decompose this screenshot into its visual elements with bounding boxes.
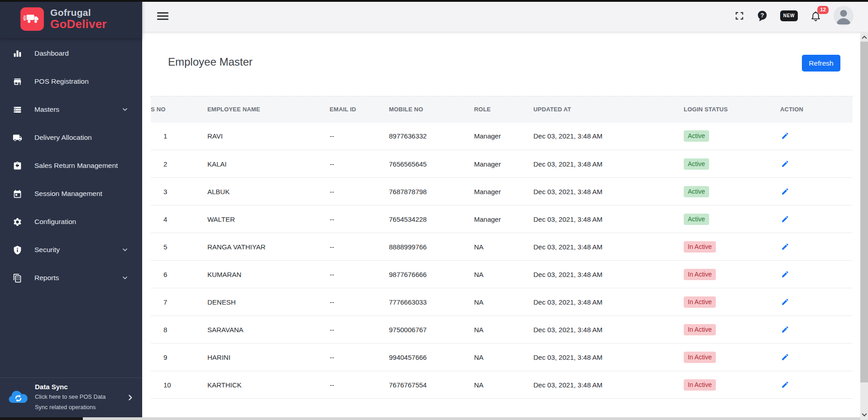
cell-employee-name: ALBUK — [207, 178, 330, 205]
sidebar-item[interactable]: Session Management — [0, 180, 142, 208]
status-badge: In Active — [684, 324, 716, 335]
sidebar-item[interactable]: Masters — [0, 95, 142, 124]
table-row: 5 RANGA VATHIYAR -- 8888999766 NA Dec 03… — [151, 233, 853, 261]
cell-login-status: In Active — [684, 316, 780, 344]
scroll-up-arrow-icon[interactable] — [860, 33, 868, 41]
column-header: S NO — [151, 96, 207, 123]
table-row: 1 RAVI -- 8977636332 Manager Dec 03, 202… — [151, 123, 853, 150]
cell-email-id: -- — [330, 205, 389, 233]
sidebar-item[interactable]: Dashboard — [0, 39, 142, 67]
sidebar-item-label: Sales Return Management — [34, 162, 118, 170]
cell-email-id: -- — [330, 288, 389, 316]
edit-button[interactable] — [780, 380, 790, 390]
notifications-bell-icon[interactable]: 12 — [810, 10, 821, 22]
cell-s-no: 4 — [151, 205, 207, 233]
cell-email-id: -- — [330, 316, 389, 344]
cell-login-status: In Active — [684, 261, 780, 288]
cell-role: Manager — [474, 205, 533, 233]
cell-s-no: 2 — [151, 150, 207, 178]
table-row: 6 KUMARAN -- 9877676666 NA Dec 03, 2021,… — [151, 261, 853, 288]
cell-employee-name: KUMARAN — [207, 261, 330, 288]
edit-button[interactable] — [780, 214, 790, 224]
session-management-icon — [13, 189, 22, 199]
sidebar-item[interactable]: Sales Return Management — [0, 152, 142, 180]
cell-s-no: 9 — [151, 344, 207, 371]
edit-button[interactable] — [780, 352, 790, 362]
sidebar-item-label: Reports — [34, 274, 59, 282]
pencil-icon — [781, 187, 789, 196]
cell-email-id: -- — [330, 261, 389, 288]
cell-updated-at: Dec 03, 2021, 3:48 AM — [533, 123, 684, 150]
cell-action — [780, 288, 853, 316]
pencil-icon — [781, 298, 789, 306]
page-title: Employee Master — [168, 56, 253, 68]
refresh-button[interactable]: Refresh — [802, 55, 840, 72]
table-header-row: S NOEMPLOYEE NAMEEMAIL IDMOBILE NOROLEUP… — [151, 96, 853, 123]
column-header: UPDATED AT — [533, 96, 684, 123]
help-icon[interactable]: ? — [757, 10, 768, 22]
cell-mobile-no: 8977636332 — [389, 123, 474, 150]
cell-updated-at: Dec 03, 2021, 3:48 AM — [533, 178, 684, 205]
column-header: EMAIL ID — [330, 96, 389, 123]
vertical-scrollbar-thumb[interactable] — [860, 42, 868, 382]
horizontal-scrollbar[interactable] — [0, 417, 860, 420]
cell-role: NA — [474, 371, 533, 399]
configuration-icon — [13, 217, 22, 227]
sidebar: Gofrugal GoDeliver Dashboard POS Registr… — [0, 0, 142, 417]
brand-name-bottom: GoDeliver — [50, 18, 107, 30]
chevron-down-icon — [121, 246, 129, 253]
edit-button[interactable] — [780, 242, 790, 252]
whats-new-badge[interactable]: NEW — [780, 10, 798, 21]
cloud-sync-icon — [7, 390, 29, 406]
sidebar-item[interactable]: POS Registration — [0, 67, 142, 95]
sidebar-item-label: Configuration — [34, 218, 76, 226]
sidebar-item[interactable]: Delivery Allocation — [0, 124, 142, 152]
pencil-icon — [781, 132, 789, 140]
cell-login-status: Active — [684, 150, 780, 178]
cell-email-id: -- — [330, 178, 389, 205]
edit-button[interactable] — [780, 269, 790, 279]
edit-button[interactable] — [780, 131, 790, 141]
cell-action — [780, 344, 853, 371]
sidebar-item-label: Session Management — [34, 190, 102, 198]
scroll-down-arrow-icon[interactable] — [860, 411, 868, 419]
godeliver-truck-logo-icon — [20, 7, 44, 31]
cell-updated-at: Dec 03, 2021, 3:48 AM — [533, 344, 684, 371]
cell-role: NA — [474, 316, 533, 344]
sidebar-item-label: Dashboard — [34, 49, 69, 57]
data-sync-panel[interactable]: Data Sync Click here to see POS Data Syn… — [0, 377, 142, 417]
table-row: 8 SARAVANA -- 9750006767 NA Dec 03, 2021… — [151, 316, 853, 344]
sidebar-item[interactable]: Configuration — [0, 208, 142, 236]
table-row: 7 DENESH -- 7776663033 NA Dec 03, 2021, … — [151, 288, 853, 316]
security-icon — [13, 245, 22, 255]
cell-mobile-no: 7654534228 — [389, 205, 474, 233]
pencil-icon — [781, 353, 789, 361]
cell-mobile-no: 8888999766 — [389, 233, 474, 261]
cell-s-no: 7 — [151, 288, 207, 316]
cell-updated-at: Dec 03, 2021, 3:48 AM — [533, 233, 684, 261]
sidebar-item[interactable]: Reports — [0, 264, 142, 292]
vertical-scrollbar[interactable] — [860, 33, 868, 420]
status-badge: In Active — [684, 241, 716, 253]
brand-logo[interactable]: Gofrugal GoDeliver — [0, 0, 142, 38]
user-avatar[interactable] — [834, 6, 854, 26]
topbar: ? NEW 12 — [142, 0, 868, 32]
cell-s-no: 5 — [151, 233, 207, 261]
edit-button[interactable] — [780, 325, 790, 334]
sidebar-item[interactable]: Security — [0, 236, 142, 264]
pencil-icon — [781, 243, 789, 251]
top-border-strip — [0, 0, 868, 2]
cell-action — [780, 150, 853, 178]
cell-employee-name: DENESH — [207, 288, 330, 316]
hamburger-menu-icon[interactable] — [157, 12, 168, 20]
edit-button[interactable] — [780, 186, 790, 196]
cell-role: NA — [474, 288, 533, 316]
delivery-allocation-icon — [13, 133, 22, 143]
status-badge: Active — [684, 130, 709, 142]
cell-email-id: -- — [330, 233, 389, 261]
edit-button[interactable] — [780, 159, 790, 169]
notification-count-badge: 12 — [817, 6, 829, 14]
fullscreen-icon[interactable] — [734, 11, 744, 21]
edit-button[interactable] — [780, 297, 790, 307]
horizontal-scrollbar-thumb[interactable] — [0, 417, 83, 420]
